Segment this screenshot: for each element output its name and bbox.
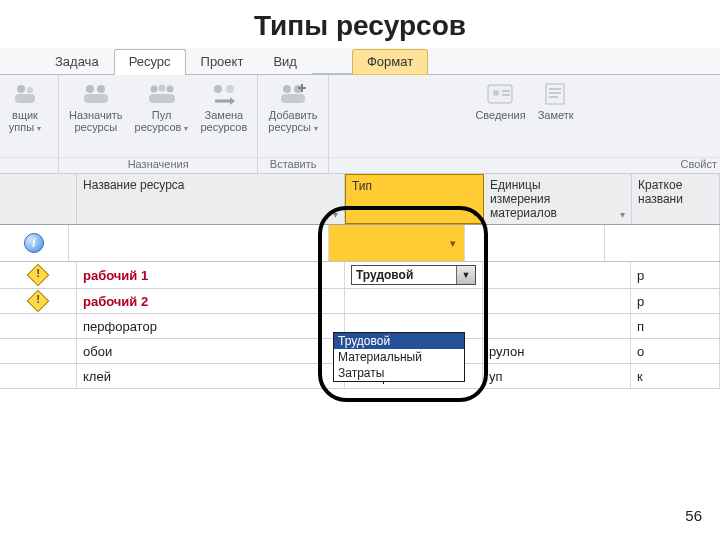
cell-short[interactable]: р	[631, 262, 720, 288]
svg-point-3	[86, 85, 94, 93]
replace-resources-button[interactable]: Замена ресурсов	[200, 81, 247, 157]
svg-rect-18	[502, 94, 510, 96]
page-number: 56	[685, 507, 702, 524]
svg-rect-14	[281, 94, 305, 103]
svg-point-6	[150, 86, 157, 93]
ribbon: вщикуппы ▾ Назначить ресурсы Пул ресурсо…	[0, 75, 720, 174]
tab-project[interactable]: Проект	[186, 49, 259, 75]
cell-short[interactable]: о	[631, 339, 720, 363]
svg-point-12	[283, 85, 291, 93]
notes-icon	[543, 81, 569, 107]
svg-point-7	[158, 85, 165, 92]
filter-row: i ▾	[0, 225, 720, 262]
cell-name[interactable]: рабочий 2	[77, 289, 345, 313]
tab-format[interactable]: Формат	[352, 49, 428, 75]
tab-task[interactable]: Задача	[40, 49, 114, 75]
group-insert-title: Вставить	[258, 157, 328, 173]
cell-name[interactable]: перфоратор	[77, 314, 345, 338]
cell-short[interactable]: к	[631, 364, 720, 388]
type-dropdown-list[interactable]: Трудовой Материальный Затраты	[333, 332, 465, 382]
tab-view[interactable]: Вид	[258, 49, 312, 75]
svg-point-16	[493, 90, 499, 96]
card-icon	[486, 81, 516, 107]
dropdown-arrow-icon[interactable]: ▾	[333, 209, 338, 220]
dropdown-option[interactable]: Затраты	[334, 365, 464, 381]
svg-rect-17	[502, 90, 510, 92]
col-header-unit[interactable]: Единицы измерения материалов▾	[484, 174, 632, 224]
cell-unit[interactable]	[483, 289, 631, 313]
overallocation-icon	[27, 290, 50, 313]
tab-resource[interactable]: Ресурс	[114, 49, 186, 75]
type-combobox[interactable]: Трудовой ▼	[351, 265, 476, 285]
cell-name[interactable]: клей	[77, 364, 345, 388]
col-header-short[interactable]: Краткое названи	[632, 174, 720, 224]
dropdown-option[interactable]: Трудовой	[334, 333, 464, 349]
group-assignments: Назначить ресурсы Пул ресурсов ▾ Замена …	[59, 75, 258, 173]
ribbon-tabs: Задача Ресурс Проект Вид Формат	[0, 48, 720, 75]
dropdown-arrow-icon[interactable]: ▾	[450, 237, 456, 250]
svg-point-10	[214, 85, 222, 93]
pool-icon	[147, 81, 177, 107]
svg-rect-22	[549, 96, 558, 98]
svg-point-11	[226, 85, 234, 93]
cell-unit[interactable]	[483, 314, 631, 338]
table-row[interactable]: рабочий 2 р	[0, 289, 720, 314]
dropdown-arrow-icon[interactable]: ▾	[472, 208, 477, 219]
cell-name[interactable]: рабочий 1	[77, 262, 345, 288]
cell-short[interactable]: п	[631, 314, 720, 338]
svg-rect-9	[149, 94, 175, 103]
column-headers: Название ресурса▾ Тип▾ Единицы измерения…	[0, 174, 720, 225]
cell-unit[interactable]: уп	[483, 364, 631, 388]
cell-short[interactable]: р	[631, 289, 720, 313]
assign-resources-button[interactable]: Назначить ресурсы	[69, 81, 123, 157]
info-icon[interactable]: i	[24, 233, 44, 253]
svg-point-1	[27, 87, 33, 93]
group-properties-title: Свойст	[326, 157, 720, 173]
col-header-type[interactable]: Тип▾	[345, 174, 484, 224]
resource-details-button[interactable]: Сведения	[475, 81, 525, 157]
group-assignments-title: Назначения	[59, 157, 257, 173]
svg-point-0	[17, 85, 25, 93]
col-header-indicator[interactable]	[0, 174, 77, 224]
group-insert: Добавить ресурсы ▾ Вставить	[258, 75, 329, 173]
add-people-icon	[278, 81, 308, 107]
people-icon	[12, 81, 38, 107]
svg-rect-20	[549, 88, 561, 90]
replace-icon	[209, 81, 239, 107]
cell-name[interactable]: обои	[77, 339, 345, 363]
cell-unit[interactable]	[483, 262, 631, 288]
ribbon-clipped-button[interactable]: вщикуппы ▾	[9, 81, 41, 157]
dropdown-arrow-icon[interactable]: ▾	[620, 209, 625, 220]
col-header-name[interactable]: Название ресурса▾	[77, 174, 345, 224]
combobox-button[interactable]: ▼	[456, 266, 475, 284]
svg-point-8	[166, 86, 173, 93]
overallocation-icon	[27, 264, 50, 287]
group-properties: Сведения Заметк Свойст	[329, 75, 720, 173]
resource-notes-button[interactable]: Заметк	[538, 81, 574, 157]
svg-rect-2	[15, 94, 35, 103]
add-resources-button[interactable]: Добавить ресурсы ▾	[268, 81, 318, 157]
svg-rect-5	[84, 94, 108, 103]
svg-point-4	[97, 85, 105, 93]
resource-pool-button[interactable]: Пул ресурсов ▾	[135, 81, 189, 157]
cell-type[interactable]	[345, 289, 483, 313]
dropdown-option[interactable]: Материальный	[334, 349, 464, 365]
cell-unit[interactable]: рулон	[483, 339, 631, 363]
slide-title: Типы ресурсов	[0, 0, 720, 48]
table-row[interactable]: рабочий 1 Трудовой ▼ р	[0, 262, 720, 289]
cell-type[interactable]: Трудовой ▼	[345, 262, 483, 288]
assign-icon	[81, 81, 111, 107]
svg-rect-21	[549, 92, 561, 94]
